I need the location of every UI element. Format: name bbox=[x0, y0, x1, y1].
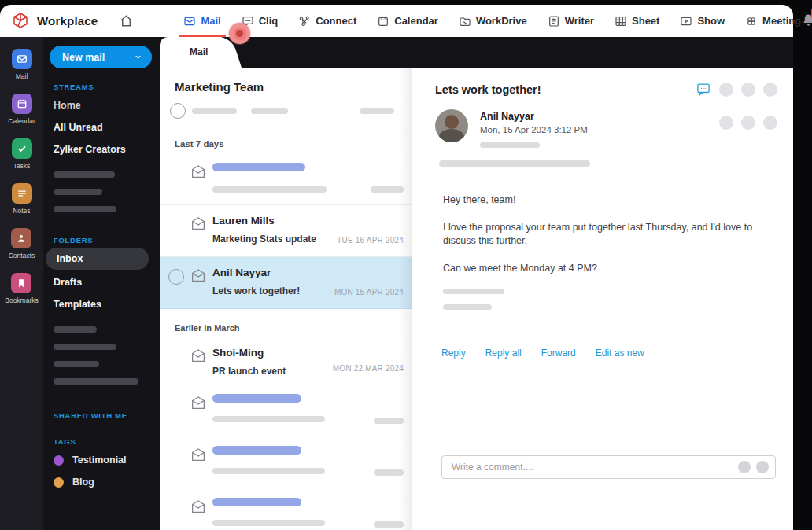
tag-label: Blog bbox=[72, 477, 94, 488]
topnav-workdrive[interactable]: WorkDrive bbox=[459, 5, 527, 37]
comment-circle-button[interactable] bbox=[738, 461, 751, 473]
tag-item-blog[interactable]: Blog bbox=[43, 471, 160, 493]
group-label-last7: Last 7 days bbox=[160, 128, 412, 153]
skeleton-bar bbox=[480, 142, 540, 148]
skeleton-subject-bar bbox=[212, 520, 325, 526]
comments-icon[interactable] bbox=[696, 82, 711, 97]
toolbar-circle-button[interactable] bbox=[741, 83, 755, 97]
mail-row-skeleton[interactable] bbox=[160, 436, 412, 488]
skeleton-sender-bar bbox=[212, 446, 301, 455]
sidebar-item-all-unread[interactable]: All Unread bbox=[43, 116, 160, 138]
topnav-connect-label: Connect bbox=[316, 15, 356, 27]
topnav-writer-label: Writer bbox=[565, 15, 594, 27]
brand: Workplace bbox=[11, 12, 135, 31]
topnav-calendar[interactable]: Calendar bbox=[377, 5, 438, 37]
calendar-app-icon bbox=[12, 94, 32, 114]
notes-app-icon bbox=[12, 183, 32, 204]
skeleton-subject-bar bbox=[212, 186, 327, 193]
divider bbox=[435, 370, 777, 370]
home-icon[interactable] bbox=[117, 13, 135, 30]
forward-link[interactable]: Forward bbox=[541, 348, 576, 359]
sidebar-item-zylker-creators[interactable]: Zylker Creators bbox=[43, 138, 160, 160]
topnav-calendar-label: Calendar bbox=[394, 15, 438, 27]
skeleton-date-bar bbox=[374, 418, 404, 424]
reading-subject: Lets work together! bbox=[435, 83, 541, 96]
rail-item-tasks[interactable]: Tasks bbox=[12, 138, 32, 170]
comment-input[interactable] bbox=[452, 462, 733, 473]
new-mail-button[interactable]: New mail bbox=[50, 46, 152, 68]
reply-all-link[interactable]: Reply all bbox=[485, 348, 522, 359]
rail-label: Calendar bbox=[8, 117, 35, 125]
topnav-connect[interactable]: Connect bbox=[298, 5, 356, 37]
toolbar-circle-button[interactable] bbox=[719, 116, 733, 130]
topnav-writer[interactable]: Writer bbox=[548, 5, 594, 37]
top-right-controls: 5 bbox=[801, 9, 812, 32]
select-all-checkbox[interactable] bbox=[170, 103, 186, 119]
rail-item-mail[interactable]: Mail bbox=[12, 49, 32, 80]
reply-actions: Reply Reply all Forward Edit as new bbox=[435, 337, 777, 370]
skeleton-date-bar bbox=[374, 521, 404, 528]
skeleton-bar bbox=[54, 326, 97, 333]
group-label-earlier-march: Earlier in March bbox=[160, 309, 412, 337]
new-mail-label: New mail bbox=[62, 52, 105, 63]
mail-icon bbox=[183, 15, 196, 28]
mail-row-shoi-ming[interactable]: Shoi-Ming PR launch event MON 22 MAR 202… bbox=[160, 337, 412, 385]
envelope-icon bbox=[190, 447, 206, 462]
toolbar-circle-button[interactable] bbox=[763, 83, 777, 97]
topnav-sheet[interactable]: Sheet bbox=[615, 5, 659, 37]
tag-item-testimonial[interactable]: Testimonial bbox=[43, 449, 160, 471]
envelope-icon bbox=[190, 164, 206, 179]
spreadsheet-icon bbox=[615, 15, 627, 28]
mail-sender: Shoi-Ming bbox=[212, 347, 405, 359]
mail-row-anil-nayyar-selected[interactable]: Anil Nayyar Lets work together! MON 15 A… bbox=[160, 257, 412, 309]
sidebar-item-drafts[interactable]: Drafts bbox=[43, 271, 160, 293]
subject-actions bbox=[696, 82, 777, 97]
toolbar-circle-button[interactable] bbox=[719, 83, 733, 97]
edit-as-new-link[interactable]: Edit as new bbox=[596, 348, 644, 359]
comment-circle-button[interactable] bbox=[756, 461, 769, 473]
skeleton-sender-bar bbox=[212, 163, 305, 171]
sidebar-item-inbox[interactable]: Inbox bbox=[46, 248, 149, 270]
topnav-meeting[interactable]: Meeting bbox=[745, 5, 801, 37]
skeleton-subject-bar bbox=[212, 468, 325, 474]
rail-item-bookmarks[interactable]: Bookmarks bbox=[5, 273, 39, 304]
brand-name: Workplace bbox=[37, 14, 98, 28]
app-rail: Mail Calendar Tasks Notes Contacts bbox=[0, 37, 43, 530]
reply-link[interactable]: Reply bbox=[441, 348, 466, 359]
envelope-icon bbox=[190, 499, 206, 513]
sender-avatar bbox=[435, 109, 468, 142]
mail-sidebar: New mail STREAMS Home All Unread Zylker … bbox=[43, 37, 160, 530]
toolbar-circle-button[interactable] bbox=[741, 116, 755, 130]
topnav-mail[interactable]: Mail bbox=[183, 5, 220, 37]
skeleton-bar bbox=[54, 189, 102, 195]
envelope-icon bbox=[190, 396, 206, 410]
tasks-app-icon bbox=[12, 138, 32, 159]
zoho-logo-icon bbox=[11, 12, 30, 31]
mail-row-skeleton[interactable] bbox=[160, 488, 412, 530]
tag-color-dot bbox=[54, 455, 64, 466]
notifications-button[interactable]: 5 bbox=[801, 12, 812, 31]
mail-row-skeleton[interactable] bbox=[160, 153, 412, 205]
tag-color-dot bbox=[54, 477, 64, 488]
skeleton-bar bbox=[54, 361, 99, 367]
sidebar-item-home[interactable]: Home bbox=[43, 94, 160, 116]
folder-drive-icon bbox=[459, 15, 471, 28]
rail-item-calendar[interactable]: Calendar bbox=[8, 94, 35, 125]
presentation-icon bbox=[680, 15, 692, 28]
topnav-show[interactable]: Show bbox=[680, 5, 725, 37]
mail-row-skeleton[interactable] bbox=[160, 385, 412, 436]
envelope-icon bbox=[190, 216, 206, 230]
topnav-workdrive-label: WorkDrive bbox=[476, 15, 527, 27]
row-checkbox[interactable] bbox=[168, 269, 184, 285]
toolbar-circle-button[interactable] bbox=[763, 116, 777, 130]
shared-section-label: SHARED WITH ME bbox=[54, 411, 160, 420]
rail-label: Notes bbox=[13, 207, 30, 215]
rail-item-notes[interactable]: Notes bbox=[12, 183, 32, 215]
rail-label: Mail bbox=[16, 72, 28, 80]
mail-row-lauren-mills[interactable]: Lauren Mills Marketing Stats update TUE … bbox=[160, 205, 412, 257]
skeleton-bar bbox=[251, 108, 288, 114]
tag-label: Testimonial bbox=[72, 455, 127, 466]
sidebar-item-templates[interactable]: Templates bbox=[43, 293, 160, 315]
rail-item-contacts[interactable]: Contacts bbox=[9, 228, 35, 259]
skeleton-subject-bar bbox=[212, 416, 325, 422]
